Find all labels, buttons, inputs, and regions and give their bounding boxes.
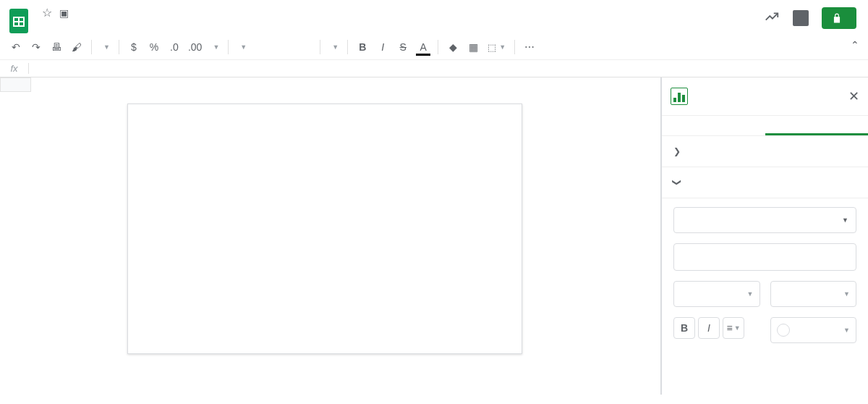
- star-icon[interactable]: ☆: [42, 6, 52, 20]
- section-axis-titles[interactable]: ❯: [662, 167, 868, 198]
- borders-button[interactable]: ▦: [464, 38, 482, 56]
- redo-button[interactable]: ↷: [27, 38, 45, 56]
- chevron-down-icon: ❯: [672, 179, 682, 186]
- zoom-select[interactable]: ▼: [98, 43, 113, 51]
- title-bold-button[interactable]: B: [673, 317, 695, 339]
- decrease-decimal-button[interactable]: .0: [166, 38, 183, 56]
- chart-editor-panel: ✕ ❯ ❯ ▼: [661, 77, 868, 395]
- spreadsheet-grid[interactable]: [0, 77, 660, 92]
- comments-icon[interactable]: [793, 10, 809, 26]
- tab-customize[interactable]: [765, 116, 869, 135]
- strike-button[interactable]: S: [394, 38, 412, 56]
- font-select[interactable]: ▼: [234, 43, 314, 51]
- format-percent-button[interactable]: %: [145, 38, 163, 56]
- fill-color-button[interactable]: ◆: [444, 38, 461, 56]
- tab-setup[interactable]: [662, 116, 765, 135]
- close-icon[interactable]: ✕: [848, 88, 859, 104]
- title-italic-button[interactable]: I: [698, 317, 720, 339]
- embedded-chart[interactable]: [127, 104, 522, 354]
- color-chip-icon: [777, 324, 790, 337]
- collapse-toolbar-button[interactable]: ⌃: [851, 39, 859, 51]
- bold-button[interactable]: B: [354, 38, 371, 56]
- chevron-right-icon: ❯: [673, 146, 681, 156]
- sheets-app-icon[interactable]: [9, 7, 29, 35]
- chart-editor-icon: [671, 88, 688, 105]
- merge-cells-button[interactable]: ⬚ ▼: [485, 42, 509, 53]
- text-color-button[interactable]: A: [414, 38, 432, 56]
- explore-trend-icon[interactable]: [764, 9, 780, 28]
- title-align-button[interactable]: ≡▼: [723, 317, 744, 339]
- fx-icon: fx: [0, 63, 29, 74]
- chart-legend: [448, 125, 510, 310]
- italic-button[interactable]: I: [374, 38, 391, 56]
- format-currency-button[interactable]: $: [125, 38, 142, 56]
- title-color-select[interactable]: ▼: [770, 317, 857, 343]
- font-size-select[interactable]: ▼: [326, 43, 341, 51]
- increase-decimal-button[interactable]: .00: [186, 38, 204, 56]
- move-icon[interactable]: ▣: [59, 7, 69, 19]
- section-chart-style[interactable]: ❯: [662, 136, 868, 167]
- print-button[interactable]: 🖶: [48, 38, 65, 56]
- title-scope-select[interactable]: ▼: [673, 207, 856, 233]
- more-toolbar-button[interactable]: ⋯: [521, 38, 538, 56]
- number-format-select[interactable]: ▼: [207, 43, 222, 51]
- undo-button[interactable]: ↶: [7, 38, 25, 56]
- paint-format-button[interactable]: 🖌: [68, 38, 85, 56]
- toolbar: ↶ ↷ 🖶 🖌 ▼ $ % .0 .00 ▼ ▼ ▼ B I S A ◆ ▦ ⬚…: [0, 35, 868, 60]
- share-button[interactable]: [822, 7, 856, 29]
- title-text-input[interactable]: [673, 243, 856, 271]
- title-font-select[interactable]: ▼: [673, 281, 760, 307]
- title-font-size-select[interactable]: ▼: [770, 281, 857, 307]
